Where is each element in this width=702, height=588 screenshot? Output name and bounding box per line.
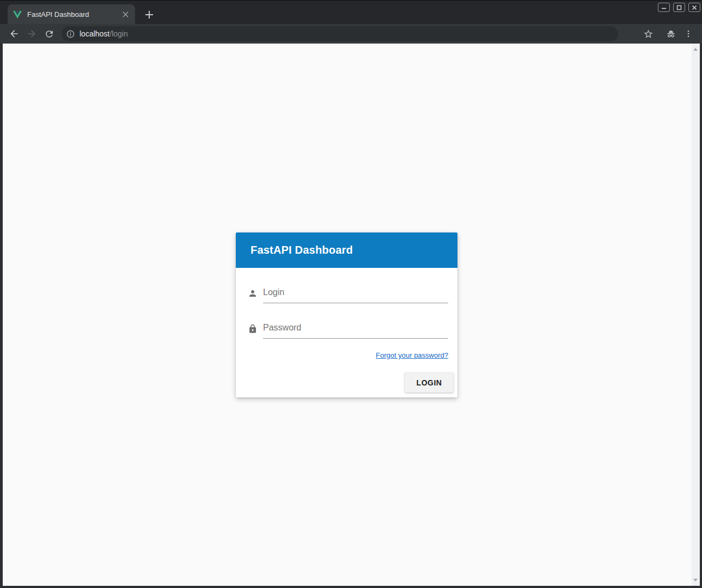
tab-close-icon[interactable] — [120, 9, 131, 20]
scrollbar-up-icon[interactable] — [693, 48, 698, 51]
new-tab-button[interactable] — [142, 7, 157, 22]
forgot-password-link[interactable]: Forgot your password? — [376, 351, 448, 359]
login-card: FastAPI Dashboard Forgot your password? … — [236, 232, 457, 397]
tab-title: FastAPI Dashboard — [27, 10, 120, 19]
login-field-row — [248, 285, 448, 303]
login-form: Forgot your password? LOGIN — [236, 268, 457, 397]
vue-favicon-icon — [13, 10, 22, 19]
close-button[interactable] — [688, 3, 700, 12]
incognito-icon — [662, 25, 680, 42]
login-button[interactable]: LOGIN — [405, 372, 454, 393]
browser-window: FastAPI Dashboard — [0, 0, 702, 588]
titlebar: FastAPI Dashboard — [0, 0, 702, 24]
card-title: FastAPI Dashboard — [236, 232, 457, 268]
password-field-row — [248, 321, 448, 339]
kebab-menu-icon[interactable] — [680, 25, 697, 42]
scrollbar-down-icon[interactable] — [693, 579, 698, 581]
url-host: localhost — [80, 29, 109, 38]
url-text: localhost/login — [80, 29, 128, 38]
login-input[interactable] — [263, 285, 448, 303]
window-controls — [658, 3, 700, 12]
minimize-button[interactable] — [658, 3, 670, 12]
forward-button[interactable] — [23, 25, 40, 42]
info-icon[interactable] — [66, 29, 75, 39]
password-input[interactable] — [263, 321, 448, 339]
page-scrollbar[interactable] — [692, 44, 700, 586]
url-path: /login — [109, 29, 127, 38]
bookmark-star-icon[interactable] — [639, 25, 657, 42]
back-button[interactable] — [5, 25, 23, 42]
lock-icon — [248, 324, 258, 334]
url-bar[interactable]: localhost/login — [62, 26, 618, 41]
reload-button[interactable] — [40, 25, 58, 42]
browser-tab[interactable]: FastAPI Dashboard — [8, 4, 135, 24]
maximize-button[interactable] — [673, 3, 685, 12]
person-icon — [248, 289, 258, 298]
browser-toolbar: localhost/login — [0, 24, 702, 44]
page-content: FastAPI Dashboard Forgot your password? … — [3, 44, 700, 586]
